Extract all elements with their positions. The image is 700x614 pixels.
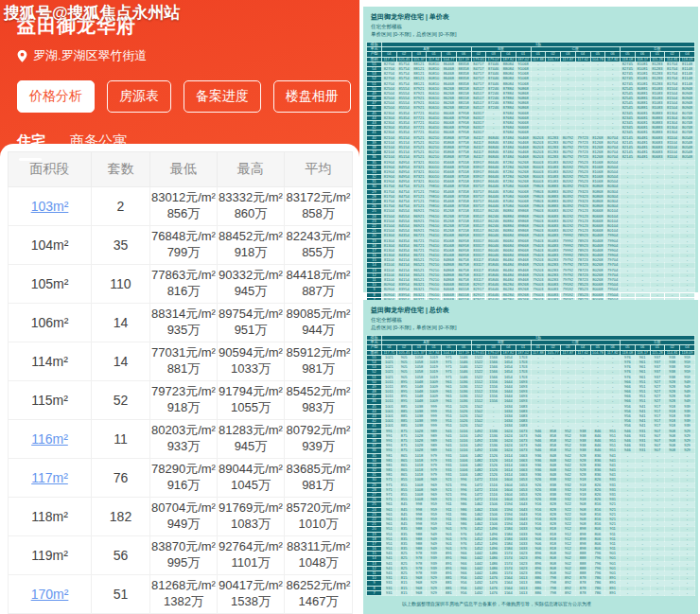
price-cell: 81504	[665, 106, 680, 111]
price-cell: 83517	[471, 209, 486, 214]
price-cell: 81283	[650, 72, 665, 77]
tab-filing-progress[interactable]: 备案进度	[184, 80, 261, 113]
price-cell: 87684	[501, 115, 516, 120]
min-price-cell: 77863元/m²816万	[150, 265, 218, 304]
price-cell: 80283	[546, 268, 561, 272]
price-cell: 88121	[411, 81, 427, 86]
price-cell: 81068	[590, 175, 605, 180]
tab-price-analysis[interactable]: 价格分析	[17, 80, 95, 113]
price-cell: 85068	[442, 238, 457, 243]
subtab-residential[interactable]: 住宅	[17, 132, 45, 161]
max-price-cell: 91769元/m²1083万	[218, 498, 285, 536]
total-price-table: 楼栋1栋单元A座B座C座D座户型040203010506020304010102…	[366, 335, 695, 596]
price-cell: 87721	[411, 111, 427, 115]
price-cell: 83954	[396, 283, 411, 288]
watermark: 搜狐号@搜狐焦点永州站	[4, 2, 181, 24]
price-cell: 86268	[442, 101, 457, 106]
price-cell: 85554	[396, 86, 411, 91]
price-cell: 86958	[456, 243, 471, 248]
price-cell: 81304	[665, 131, 680, 135]
price-cell: 86484	[501, 272, 516, 277]
price-cell: 85754	[396, 66, 411, 71]
price-cell: 80003	[531, 160, 546, 165]
price-cell: 80010	[427, 165, 442, 169]
price-cell: 82345	[621, 126, 636, 131]
price-cell: 79723	[575, 145, 590, 149]
price-cell: 81104	[382, 268, 397, 272]
price-cell: 82304	[382, 126, 397, 131]
min-price-cell: 83012元/m²856万	[150, 187, 218, 226]
price-cell: 79992	[561, 234, 576, 238]
avg-unit-price: 88311元/m²	[285, 539, 352, 555]
price-cell: 79704	[605, 258, 621, 263]
tab-photo-album[interactable]: 楼盘相册	[273, 80, 351, 113]
price-cell: 85154	[396, 135, 411, 140]
price-cell: 84554	[396, 223, 411, 228]
price-cell: 90868	[516, 91, 531, 96]
price-cell: 82104	[382, 145, 397, 149]
price-cell: 80083	[546, 283, 561, 288]
price-cell: 90068	[516, 200, 531, 204]
price-cell: 78923	[575, 254, 590, 258]
price-cell: 86921	[411, 229, 427, 234]
price-cell: 87358	[456, 204, 471, 209]
price-cell: 88358	[456, 77, 471, 81]
unit-count-cell: 11	[92, 420, 150, 459]
price-cell: 80283	[546, 263, 561, 268]
price-cell: 81504	[665, 91, 680, 96]
price-cell: 90068	[516, 184, 531, 189]
avg-total-price: 855万	[285, 245, 352, 261]
price-cell: 81304	[665, 115, 680, 120]
price-cell: 81068	[590, 165, 605, 169]
price-cell: 86921	[411, 214, 427, 219]
price-cell: 86284	[501, 288, 516, 292]
area-link[interactable]: 170m²	[31, 587, 69, 602]
price-cell: 87321	[411, 160, 427, 165]
price-cell: 79210	[427, 268, 442, 272]
price-cell: 80068	[590, 288, 605, 292]
price-cell: 80003	[531, 165, 546, 169]
price-cell: 80792	[561, 155, 576, 160]
price-cell: 89668	[516, 254, 531, 258]
price-cell: 80010	[427, 180, 442, 184]
price-cell: 78723	[575, 258, 590, 263]
price-cell: 81081	[635, 72, 650, 77]
price-cell: 86846	[486, 140, 501, 145]
area-link[interactable]: 103m²	[31, 199, 69, 214]
price-cell: 83954	[396, 292, 411, 297]
price-cell: 81304	[382, 248, 397, 253]
price-cell: 81083	[650, 101, 665, 106]
subtab-business-apartment[interactable]: 商务公寓	[70, 132, 127, 161]
tab-listing-sheet[interactable]: 房源表	[107, 80, 171, 113]
price-cell: 79803	[531, 194, 546, 199]
area-value: 104.77	[442, 350, 457, 355]
price-cell: 88084	[501, 66, 516, 71]
price-cell: 79792	[561, 258, 576, 263]
max-total-price: 860万	[218, 206, 284, 222]
price-cell: 79323	[575, 189, 590, 194]
price-cell: 81083	[650, 91, 665, 96]
price-cell: 85068	[442, 254, 457, 258]
price-cell: 87121	[411, 184, 427, 189]
avg-total-price: 939万	[285, 439, 352, 455]
price-cell: 79504	[605, 292, 621, 297]
price-cell: 79704	[605, 263, 621, 268]
price-cell: 89268	[516, 288, 531, 292]
max-price-cell: 90417元/m²1538万	[218, 575, 285, 614]
area-value: 118.09	[680, 350, 695, 355]
price-cell: 79610	[427, 223, 442, 228]
price-cell: 81704	[665, 66, 680, 71]
price-cell: 79123	[575, 209, 590, 214]
area-link[interactable]: 117m²	[31, 470, 68, 485]
unit-count-cell: 110	[92, 265, 150, 304]
price-cell: 85754	[396, 81, 411, 86]
price-cell: 90668	[516, 131, 531, 135]
area-value: 117.87	[561, 57, 576, 61]
floor-number: 7	[367, 590, 382, 595]
price-cell: 80468	[590, 254, 605, 258]
price-cell: 87158	[456, 209, 471, 214]
price-cell: 86758	[456, 263, 471, 268]
price-cell: 79403	[531, 238, 546, 243]
area-link[interactable]: 116m²	[31, 431, 68, 447]
price-cell: 84154	[396, 278, 411, 283]
